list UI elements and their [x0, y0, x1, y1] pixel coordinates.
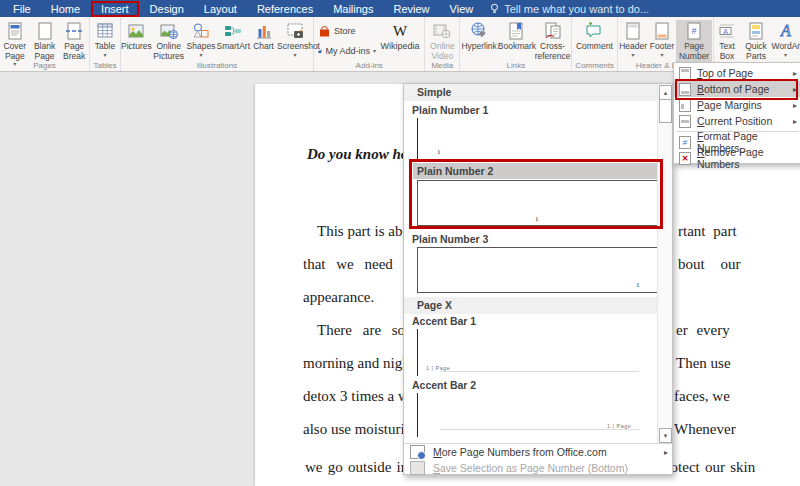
header-button[interactable]: Header▾: [618, 20, 648, 58]
cross-reference-button[interactable]: Cross-reference: [534, 20, 572, 61]
document-line: that we need to: [303, 256, 415, 273]
gallery-scrollbar[interactable]: ▲ ▼: [657, 84, 672, 442]
gallery-item-accent-bar-2[interactable]: [417, 393, 658, 437]
submenu-arrow-icon: ▸: [793, 85, 797, 94]
my-add-ins-button[interactable]: My Add-ins ▾: [318, 42, 376, 60]
bookmark-icon: [506, 21, 526, 41]
comment-button[interactable]: Comment: [572, 20, 616, 52]
cover-page-label: Cover Page: [0, 42, 30, 61]
online-video-label: Online Video: [425, 42, 459, 61]
shapes-button[interactable]: Shapes▾: [186, 20, 217, 58]
tell-me-box[interactable]: Tell me what you want to do...: [489, 3, 649, 15]
smartart-button[interactable]: SmartArt: [216, 20, 250, 52]
table-icon: [95, 21, 115, 41]
bookmark-button[interactable]: Bookmark: [498, 20, 534, 52]
gallery-section-page-x: Page X: [404, 297, 659, 314]
group-label-media: Media: [425, 61, 459, 70]
tab-review[interactable]: Review: [384, 2, 440, 16]
tab-insert[interactable]: Insert: [91, 1, 139, 17]
footer-label: Footer: [650, 42, 675, 52]
more-page-numbers-item[interactable]: More Page Numbers from Office.com ▸: [404, 444, 672, 460]
online-pictures-label: Online Pictures: [152, 42, 186, 61]
menu-item-remove-page-numbers[interactable]: ✕ Remove Page Numbers: [674, 150, 800, 166]
document-line: morning and nigh: [303, 355, 410, 372]
tab-layout[interactable]: Layout: [194, 2, 247, 16]
accent-bar-rule: [440, 429, 639, 430]
online-pictures-button[interactable]: Online Pictures: [152, 20, 186, 61]
page-number-label: Page Number: [676, 42, 712, 61]
submenu-arrow-icon: ▸: [793, 69, 797, 78]
group-label-links: Links: [460, 61, 571, 70]
hyperlink-button[interactable]: Hyperlink: [460, 20, 498, 52]
text-box-icon: A: [717, 21, 737, 41]
screenshot-icon: [285, 21, 305, 41]
menu-item-label: Current Position: [697, 115, 789, 127]
menu-item-label: Page Margins: [697, 99, 789, 111]
gallery-item-plain-number-1[interactable]: [417, 118, 658, 160]
group-tables: Table▾ Tables: [90, 17, 121, 71]
quick-parts-button[interactable]: Quick Parts▾: [741, 20, 772, 67]
online-pictures-icon: [159, 21, 179, 41]
store-icon: [318, 25, 331, 38]
svg-text:W: W: [393, 23, 408, 39]
chart-button[interactable]: Chart: [250, 20, 277, 52]
scroll-up-icon[interactable]: ▲: [659, 85, 672, 100]
cross-reference-icon: [543, 21, 563, 41]
store-label: Store: [334, 26, 356, 36]
group-label-illustrations: Illustrations: [121, 61, 313, 70]
tab-home[interactable]: Home: [41, 2, 90, 16]
gallery-item-accent-bar-1[interactable]: [417, 329, 658, 376]
gallery-section-simple: Simple: [404, 84, 659, 101]
dropdown-caret: ▾: [293, 52, 296, 58]
group-links: Hyperlink Bookmark Cross-reference Links: [460, 17, 572, 71]
scroll-down-icon[interactable]: ▼: [659, 428, 672, 443]
page-break-icon: [64, 21, 84, 41]
gallery-item-plain-number-3[interactable]: [417, 247, 658, 293]
tab-references[interactable]: References: [247, 2, 323, 16]
gallery-item-plain-number-1-label: Plain Number 1: [412, 104, 488, 116]
menu-item-bottom-of-page[interactable]: Bottom of Page ▸: [674, 81, 800, 97]
blank-page-button[interactable]: Blank Page: [30, 20, 60, 61]
gallery-item-accent-bar-1-label: Accent Bar 1: [412, 315, 476, 327]
my-add-ins-icon: [318, 45, 322, 58]
dropdown-caret: ▾: [373, 48, 376, 54]
wikipedia-button[interactable]: W Wikipedia: [378, 20, 422, 51]
text-box-button[interactable]: A Text Box▾: [714, 20, 741, 67]
tab-view[interactable]: View: [440, 2, 484, 16]
preview-page-number: 1 | Page: [426, 365, 450, 371]
smartart-label: SmartArt: [217, 42, 251, 52]
screenshot-button[interactable]: Screenshot▾: [277, 20, 313, 58]
menu-item-page-margins[interactable]: Page Margins ▸: [674, 97, 800, 113]
menu-item-current-position[interactable]: Current Position ▸: [674, 113, 800, 129]
wikipedia-icon: W: [390, 23, 410, 40]
preview-page-number: 1 | Page: [607, 423, 631, 429]
gallery-item-plain-number-2-label: Plain Number 2: [413, 163, 659, 179]
page-break-button[interactable]: Page Break: [59, 20, 89, 61]
scrollbar-thumb[interactable]: [659, 99, 672, 123]
chart-label: Chart: [253, 42, 274, 52]
menu-item-top-of-page[interactable]: Top of Page ▸: [674, 65, 800, 81]
store-button[interactable]: Store: [318, 22, 376, 40]
screenshot-label: Screenshot: [277, 42, 313, 52]
document-line: also use moisturiz: [303, 421, 411, 438]
tab-design[interactable]: Design: [140, 2, 194, 16]
online-video-button: Online Video: [425, 20, 459, 61]
shapes-label: Shapes: [187, 42, 216, 52]
cover-page-button[interactable]: Cover Page▾: [0, 20, 30, 67]
dropdown-caret: ▾: [103, 52, 106, 58]
footer-button[interactable]: Footer▾: [648, 20, 676, 58]
dropdown-caret: ▾: [199, 52, 202, 58]
page-margins-icon: [679, 99, 691, 112]
wordart-button[interactable]: A WordArt▾: [772, 20, 800, 58]
pictures-button[interactable]: Pictures: [121, 20, 152, 52]
tab-file[interactable]: File: [3, 2, 41, 16]
preview-page-number: 1: [535, 215, 539, 223]
table-button[interactable]: Table▾: [90, 20, 120, 58]
group-comments: Comment Comments: [572, 17, 618, 71]
document-line: appearance.: [303, 289, 374, 306]
tab-mailings[interactable]: Mailings: [323, 2, 383, 16]
group-label-tables: Tables: [90, 61, 120, 70]
dropdown-caret: ▾: [632, 52, 635, 58]
comment-label: Comment: [576, 42, 613, 52]
quick-parts-label: Quick Parts: [741, 42, 772, 61]
